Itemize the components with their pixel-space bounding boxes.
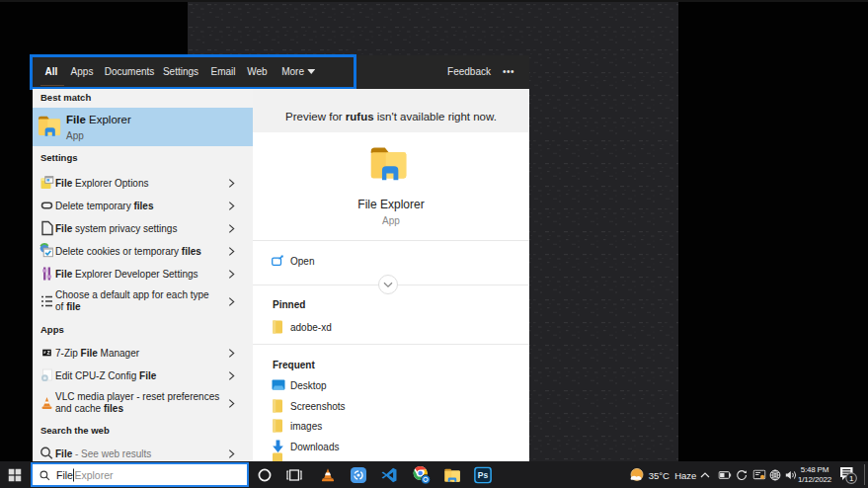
svg-text:1: 1 [849, 473, 854, 482]
svg-text:Ps: Ps [477, 470, 488, 480]
